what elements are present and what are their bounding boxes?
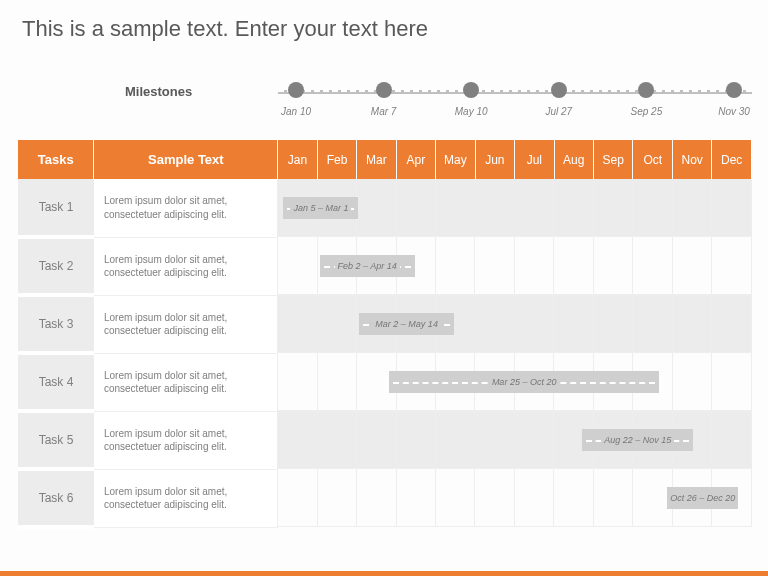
footer-accent-line bbox=[0, 571, 768, 576]
gantt-bar-label: Aug 22 – Nov 15 bbox=[601, 435, 674, 445]
header-month: Feb bbox=[317, 140, 356, 179]
task-description-cell: Lorem ipsum dolor sit amet, consectetuer… bbox=[94, 411, 278, 469]
milestone-line-dash bbox=[278, 89, 752, 92]
page-title: This is a sample text. Enter your text h… bbox=[22, 16, 428, 42]
month-cell bbox=[318, 353, 357, 411]
task-name-cell: Task 1 bbox=[18, 179, 94, 237]
gantt-bar-label: Mar 2 – May 14 bbox=[372, 319, 441, 329]
month-cell bbox=[515, 469, 554, 527]
month-cell bbox=[357, 469, 396, 527]
month-cell bbox=[712, 295, 751, 353]
gantt-table: Tasks Sample Text Jan Feb Mar Apr May Ju… bbox=[18, 140, 752, 529]
month-cell bbox=[278, 411, 317, 469]
month-cell bbox=[436, 469, 475, 527]
month-cell bbox=[278, 237, 317, 295]
month-cell bbox=[278, 353, 317, 411]
month-cell bbox=[475, 295, 514, 353]
task-description-cell: Lorem ipsum dolor sit amet, consectetuer… bbox=[94, 179, 278, 237]
milestone-date-label: May 10 bbox=[455, 106, 488, 117]
gantt-cell: Mar 2 – May 14 bbox=[278, 295, 752, 353]
month-cell bbox=[318, 411, 357, 469]
month-cell bbox=[554, 295, 593, 353]
task-description-cell: Lorem ipsum dolor sit amet, consectetuer… bbox=[94, 237, 278, 295]
gantt-bar-label: Feb 2 – Apr 14 bbox=[335, 261, 400, 271]
month-cell bbox=[554, 237, 593, 295]
milestones-label: Milestones bbox=[125, 84, 192, 99]
month-cell bbox=[633, 295, 672, 353]
month-cell bbox=[278, 469, 317, 527]
table-row: Task 4Lorem ipsum dolor sit amet, consec… bbox=[18, 353, 752, 411]
month-cell bbox=[594, 179, 633, 237]
table-row: Task 3Lorem ipsum dolor sit amet, consec… bbox=[18, 295, 752, 353]
task-name-cell: Task 2 bbox=[18, 237, 94, 295]
gantt-bar: Oct 26 – Dec 20 bbox=[667, 487, 738, 509]
task-name-cell: Task 4 bbox=[18, 353, 94, 411]
gantt-bar-label: Oct 26 – Dec 20 bbox=[667, 493, 738, 503]
header-sample-text: Sample Text bbox=[94, 140, 278, 179]
month-cell bbox=[673, 179, 712, 237]
milestone-date-label: Jan 10 bbox=[281, 106, 311, 117]
month-cell bbox=[673, 237, 712, 295]
month-cell bbox=[594, 295, 633, 353]
header-month: Jan bbox=[278, 140, 317, 179]
month-cell bbox=[436, 179, 475, 237]
month-cell bbox=[673, 353, 712, 411]
month-cell bbox=[594, 237, 633, 295]
month-cell bbox=[397, 179, 436, 237]
task-description-cell: Lorem ipsum dolor sit amet, consectetuer… bbox=[94, 469, 278, 527]
header-tasks: Tasks bbox=[18, 140, 94, 179]
task-name-cell: Task 3 bbox=[18, 295, 94, 353]
gantt-cell: Mar 25 – Oct 20 bbox=[278, 353, 752, 411]
month-cell bbox=[712, 353, 751, 411]
header-month: May bbox=[436, 140, 475, 179]
header-month: Jun bbox=[475, 140, 514, 179]
month-cell bbox=[712, 411, 751, 469]
header-month: Jul bbox=[515, 140, 554, 179]
table-row: Task 5Lorem ipsum dolor sit amet, consec… bbox=[18, 411, 752, 469]
task-description-cell: Lorem ipsum dolor sit amet, consectetuer… bbox=[94, 295, 278, 353]
milestone-dot bbox=[551, 82, 567, 98]
month-cell bbox=[318, 469, 357, 527]
milestones-track: Jan 10Mar 7May 10Jul 27Sep 25Nov 30 bbox=[278, 80, 752, 104]
milestone-date-label: Sep 25 bbox=[631, 106, 663, 117]
task-name-cell: Task 6 bbox=[18, 469, 94, 527]
milestone-date-label: Nov 30 bbox=[718, 106, 750, 117]
header-month: Nov bbox=[672, 140, 711, 179]
task-description-cell: Lorem ipsum dolor sit amet, consectetuer… bbox=[94, 353, 278, 411]
header-month: Apr bbox=[396, 140, 435, 179]
month-cell bbox=[475, 469, 514, 527]
table-row: Task 2Lorem ipsum dolor sit amet, consec… bbox=[18, 237, 752, 295]
month-cell bbox=[594, 469, 633, 527]
month-cell bbox=[397, 411, 436, 469]
task-name-cell: Task 5 bbox=[18, 411, 94, 469]
header-month: Mar bbox=[357, 140, 396, 179]
gantt-bar: Feb 2 – Apr 14 bbox=[320, 255, 415, 277]
milestone-dot bbox=[376, 82, 392, 98]
month-cell bbox=[318, 295, 357, 353]
month-cell bbox=[633, 179, 672, 237]
gantt-cell: Jan 5 – Mar 1 bbox=[278, 179, 752, 237]
month-cell bbox=[673, 295, 712, 353]
month-cell bbox=[278, 295, 317, 353]
table-row: Task 1Lorem ipsum dolor sit amet, consec… bbox=[18, 179, 752, 237]
gantt-cell: Oct 26 – Dec 20 bbox=[278, 469, 752, 527]
month-cell bbox=[554, 179, 593, 237]
month-cell bbox=[397, 469, 436, 527]
header-month: Dec bbox=[712, 140, 752, 179]
milestone-date-label: Jul 27 bbox=[545, 106, 572, 117]
gantt-bar: Jan 5 – Mar 1 bbox=[283, 197, 358, 219]
gantt-cell: Feb 2 – Apr 14 bbox=[278, 237, 752, 295]
gantt-bar: Mar 25 – Oct 20 bbox=[389, 371, 660, 393]
month-cell bbox=[515, 237, 554, 295]
header-month: Sep bbox=[594, 140, 633, 179]
header-month: Aug bbox=[554, 140, 593, 179]
month-cell bbox=[475, 179, 514, 237]
gantt-bar: Aug 22 – Nov 15 bbox=[582, 429, 693, 451]
milestone-dot bbox=[726, 82, 742, 98]
milestone-dot bbox=[288, 82, 304, 98]
gantt-bar: Mar 2 – May 14 bbox=[359, 313, 454, 335]
month-cell bbox=[712, 237, 751, 295]
month-cell bbox=[554, 469, 593, 527]
month-cell bbox=[357, 179, 396, 237]
month-cell bbox=[475, 411, 514, 469]
